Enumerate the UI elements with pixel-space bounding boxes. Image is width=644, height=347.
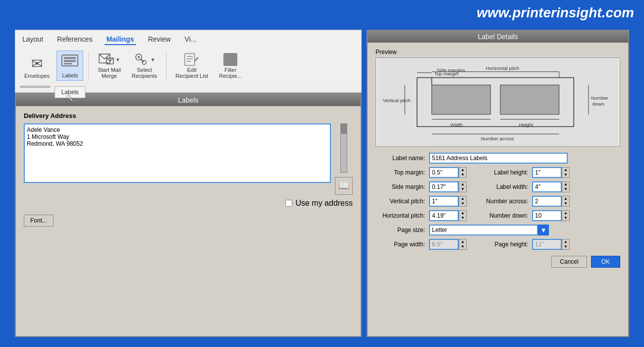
svg-rect-18 xyxy=(500,85,559,114)
page-size-row: Page size: ▼ xyxy=(376,225,620,235)
label-height-input[interactable] xyxy=(532,167,562,178)
tab-view[interactable]: Vi... xyxy=(183,34,199,45)
number-down-field-label: Number down: xyxy=(479,212,528,219)
svg-text:Height: Height xyxy=(519,122,534,127)
page-height-spinner[interactable]: ▲ ▼ xyxy=(562,239,570,250)
edit-recipient-list-button[interactable]: EditRecipient List xyxy=(171,50,212,81)
page-height-input[interactable] xyxy=(532,239,562,250)
page-size-input[interactable] xyxy=(429,225,538,235)
tab-review[interactable]: Review xyxy=(146,34,173,45)
svg-text:Number: Number xyxy=(591,95,609,101)
select-recipients-icon xyxy=(134,52,150,67)
svg-rect-10 xyxy=(185,54,195,65)
label-name-field-label: Label name: xyxy=(376,155,425,162)
svg-text:Number across: Number across xyxy=(481,136,514,141)
label-width-up[interactable]: ▲ xyxy=(562,182,569,187)
vertical-pitch-spinner[interactable]: ▲ ▼ xyxy=(459,196,467,207)
number-across-up[interactable]: ▲ xyxy=(562,196,569,201)
ribbon-buttons: ✉ Envelopes Labels ↖ Labels xyxy=(20,47,356,81)
address-textarea[interactable]: Adele Vance 1 Microsoft Way Redmond, WA … xyxy=(24,123,331,183)
font-button[interactable]: Font... xyxy=(24,215,54,227)
cancel-button[interactable]: Cancel xyxy=(551,256,587,268)
svg-text:down: down xyxy=(592,101,604,107)
side-margin-row: Side margin: ▲ ▼ Label width: ▲ ▼ xyxy=(376,181,620,192)
horizontal-pitch-up[interactable]: ▲ xyxy=(459,211,466,216)
top-margin-input[interactable] xyxy=(429,167,459,178)
number-down-input[interactable] xyxy=(532,210,562,221)
use-my-address-checkbox[interactable] xyxy=(285,200,292,207)
number-down-up[interactable]: ▲ xyxy=(562,211,569,216)
label-name-input[interactable] xyxy=(429,153,568,164)
page-height-field-label: Page height: xyxy=(479,241,528,248)
number-down-down[interactable]: ▼ xyxy=(562,216,569,221)
labels-button[interactable]: Labels ↖ Labels xyxy=(56,51,83,81)
label-height-up[interactable]: ▲ xyxy=(562,168,569,173)
dialog-buttons: Cancel OK xyxy=(376,256,620,268)
address-book-button[interactable]: 📖 xyxy=(335,177,353,195)
number-across-spinner[interactable]: ▲ ▼ xyxy=(562,196,570,207)
top-margin-down[interactable]: ▼ xyxy=(459,173,466,177)
address-book-icon: 📖 xyxy=(338,180,349,191)
ribbon: Layout References Mailings Review Vi... … xyxy=(15,30,362,81)
label-height-spinner[interactable]: ▲ ▼ xyxy=(562,167,570,178)
top-margin-spinner[interactable]: ▲ ▼ xyxy=(459,167,467,178)
number-across-down[interactable]: ▼ xyxy=(562,201,569,206)
label-width-spinner[interactable]: ▲ ▼ xyxy=(562,181,570,192)
horizontal-pitch-input[interactable] xyxy=(429,210,459,221)
ribbon-tabs: Layout References Mailings Review Vi... xyxy=(20,34,356,45)
filter-recipients-button[interactable]: FilterRecipie... xyxy=(215,50,246,81)
side-margin-down[interactable]: ▼ xyxy=(459,187,466,192)
preview-diagram: Top margin Side margins Horizontal pitch… xyxy=(376,58,620,147)
vertical-pitch-up[interactable]: ▲ xyxy=(459,196,466,201)
horizontal-pitch-down[interactable]: ▼ xyxy=(459,216,466,221)
label-name-row: Label name: xyxy=(376,153,620,164)
svg-rect-17 xyxy=(432,85,491,114)
envelopes-button[interactable]: ✉ Envelopes xyxy=(20,54,54,81)
page-width-down[interactable]: ▼ xyxy=(459,244,466,249)
side-margin-spinner[interactable]: ▲ ▼ xyxy=(459,181,467,192)
number-across-spinner-group: ▲ ▼ xyxy=(532,196,570,207)
page-height-up[interactable]: ▲ xyxy=(562,239,569,244)
svg-rect-15 xyxy=(378,58,618,146)
select-recipients-label: SelectRecipients xyxy=(132,67,157,79)
select-recipients-button[interactable]: ▼ SelectRecipients xyxy=(128,50,161,81)
label-width-input[interactable] xyxy=(532,181,562,192)
page-width-up[interactable]: ▲ xyxy=(459,239,466,244)
label-height-down[interactable]: ▼ xyxy=(562,173,569,177)
horizontal-pitch-field-label: Horizontal pitch: xyxy=(376,212,425,219)
number-down-spinner[interactable]: ▲ ▼ xyxy=(562,210,570,221)
ribbon-sep-1 xyxy=(88,51,89,81)
watermark: www.printerinsight.com xyxy=(477,5,634,21)
svg-rect-2 xyxy=(64,60,76,62)
tab-layout[interactable]: Layout xyxy=(20,34,45,45)
label-details-dialog: Label Details Preview Top margin xyxy=(367,30,629,337)
start-mail-merge-button[interactable]: ▼ Start MailMerge xyxy=(94,50,124,81)
label-details-body: Preview Top margin Side marg xyxy=(368,43,628,274)
page-dimensions-row: Page width: ▲ ▼ Page height: ▲ ▼ xyxy=(376,239,620,250)
chevron-down-icon: ▼ xyxy=(540,227,546,234)
svg-point-7 xyxy=(138,56,140,58)
vertical-pitch-down[interactable]: ▼ xyxy=(459,201,466,206)
number-across-input[interactable] xyxy=(532,196,562,207)
page-width-input[interactable] xyxy=(429,239,459,250)
side-margin-up[interactable]: ▲ xyxy=(459,182,466,187)
scroll-indicator[interactable] xyxy=(340,123,347,173)
ok-button[interactable]: OK xyxy=(591,256,620,268)
labels-icon xyxy=(61,53,79,71)
page-width-field-label: Page width: xyxy=(376,241,425,248)
svg-text:Vertical pitch: Vertical pitch xyxy=(383,98,411,103)
page-width-spinner[interactable]: ▲ ▼ xyxy=(459,239,467,250)
label-width-down[interactable]: ▼ xyxy=(562,187,569,192)
top-margin-up[interactable]: ▲ xyxy=(459,168,466,173)
side-margin-field-label: Side margin: xyxy=(376,183,425,190)
page-height-down[interactable]: ▼ xyxy=(562,244,569,249)
side-margin-spinner-group: ▲ ▼ xyxy=(429,181,467,192)
horizontal-pitch-row: Horizontal pitch: ▲ ▼ Number down: ▲ ▼ xyxy=(376,210,620,221)
tab-references[interactable]: References xyxy=(55,34,95,45)
horizontal-pitch-spinner[interactable]: ▲ ▼ xyxy=(459,210,467,221)
side-margin-input[interactable] xyxy=(429,181,459,192)
tab-mailings[interactable]: Mailings xyxy=(105,34,136,45)
scroll-bar[interactable] xyxy=(20,86,50,88)
page-size-dropdown-button[interactable]: ▼ xyxy=(538,225,549,235)
vertical-pitch-input[interactable] xyxy=(429,196,459,207)
